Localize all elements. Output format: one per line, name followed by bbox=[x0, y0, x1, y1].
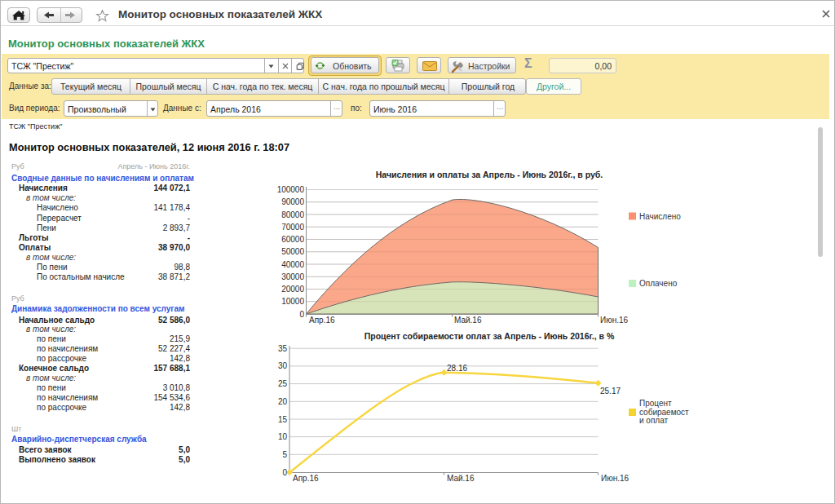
svg-text:40000: 40000 bbox=[281, 260, 304, 269]
svg-text:30: 30 bbox=[278, 361, 288, 370]
svg-text:15: 15 bbox=[278, 415, 288, 424]
svg-text:10: 10 bbox=[278, 432, 288, 441]
svg-text:0: 0 bbox=[299, 310, 304, 319]
svg-text:25: 25 bbox=[278, 379, 288, 388]
svg-text:20000: 20000 bbox=[281, 285, 304, 294]
svg-text:Оплачено: Оплачено bbox=[639, 279, 678, 288]
svg-text:50000: 50000 bbox=[281, 247, 304, 256]
svg-text:Апр.16: Апр.16 bbox=[293, 474, 319, 483]
svg-text:30000: 30000 bbox=[281, 272, 304, 281]
svg-text:Июн.16: Июн.16 bbox=[600, 316, 629, 325]
svg-text:20: 20 bbox=[278, 397, 288, 406]
svg-text:Май.16: Май.16 bbox=[447, 474, 475, 483]
svg-text:90000: 90000 bbox=[281, 197, 304, 206]
svg-text:25.17: 25.17 bbox=[600, 387, 621, 396]
svg-text:10000: 10000 bbox=[281, 297, 304, 306]
svg-text:Май.16: Май.16 bbox=[454, 316, 482, 325]
svg-text:Апр.16: Апр.16 bbox=[309, 316, 335, 325]
svg-text:Начислено: Начислено bbox=[639, 212, 681, 221]
svg-text:60000: 60000 bbox=[281, 235, 304, 244]
svg-text:Начисления и оплаты за Апрель: Начисления и оплаты за Апрель - Июнь 201… bbox=[376, 170, 603, 179]
svg-text:Процент собираемости оплат за: Процент собираемости оплат за Апрель - И… bbox=[364, 331, 615, 341]
svg-text:80000: 80000 bbox=[281, 210, 304, 219]
svg-text:0: 0 bbox=[282, 468, 287, 477]
svg-text:Процент: Процент bbox=[639, 399, 672, 408]
svg-text:100000: 100000 bbox=[277, 185, 305, 194]
svg-text:Июн.16: Июн.16 bbox=[601, 474, 630, 483]
svg-text:35: 35 bbox=[278, 344, 288, 353]
svg-text:28.16: 28.16 bbox=[447, 364, 467, 373]
svg-text:70000: 70000 bbox=[281, 223, 304, 232]
svg-text:собираемост: собираемост bbox=[639, 408, 689, 417]
svg-text:5: 5 bbox=[282, 450, 287, 459]
svg-text:и оплат: и оплат bbox=[639, 416, 669, 425]
